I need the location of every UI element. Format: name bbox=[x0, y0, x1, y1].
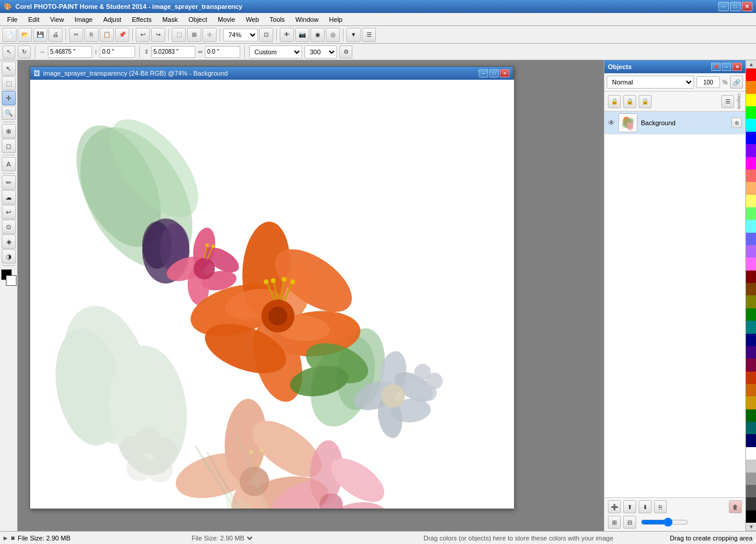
lock-transparency-button[interactable]: 🔒 bbox=[608, 95, 621, 108]
menu-adjust[interactable]: Adjust bbox=[99, 15, 126, 24]
retouch-button[interactable]: ⊹ bbox=[202, 28, 217, 42]
save-button[interactable]: 💾 bbox=[33, 28, 47, 42]
lock-position-button[interactable]: 🔒 bbox=[639, 95, 652, 108]
color-swatch-000066[interactable] bbox=[746, 434, 756, 447]
redo-button[interactable]: ↪ bbox=[151, 28, 165, 42]
zoom-slider[interactable] bbox=[641, 519, 688, 526]
copy-layer-button[interactable]: ⎘ bbox=[654, 500, 667, 513]
color-swatch-CC6600[interactable] bbox=[746, 384, 756, 396]
pick-tool-button[interactable]: ↖ bbox=[2, 61, 16, 76]
mode-brush-button[interactable]: ↻ bbox=[18, 45, 31, 58]
zoom-tool-button[interactable]: 🔍 bbox=[2, 106, 16, 120]
color-swatch-FF6666[interactable] bbox=[746, 170, 756, 182]
eraser-tool-button[interactable]: ◻ bbox=[2, 139, 16, 153]
group-objects-button[interactable]: ⊟ bbox=[623, 516, 636, 529]
menu-file[interactable]: File bbox=[2, 15, 22, 24]
panel-minimize-button[interactable]: ─ bbox=[722, 63, 731, 71]
dodge-tool-button[interactable]: ◑ bbox=[2, 249, 16, 263]
dy-input[interactable] bbox=[205, 46, 240, 58]
y-input[interactable] bbox=[151, 46, 195, 58]
paste-button[interactable]: 📋 bbox=[100, 28, 114, 42]
color-swatch-6666FF[interactable] bbox=[746, 233, 756, 245]
print-button[interactable]: 🖨 bbox=[48, 28, 63, 42]
zoom-fit-button[interactable]: ⊡ bbox=[259, 28, 273, 42]
background-color[interactable] bbox=[6, 275, 17, 286]
color-swatch-0000FF[interactable] bbox=[746, 132, 756, 144]
paint-tool-button[interactable]: ✏ bbox=[2, 175, 16, 190]
color-swatch-006600[interactable] bbox=[746, 409, 756, 422]
object-settings-button[interactable]: ⚙ bbox=[731, 118, 742, 128]
image-close-button[interactable]: ✕ bbox=[500, 69, 509, 77]
menu-object[interactable]: Object bbox=[184, 15, 212, 24]
color-swatch-B266FF[interactable] bbox=[746, 245, 756, 258]
combine-all-button[interactable]: ⊞ bbox=[608, 516, 621, 529]
color-swatch-00FF00[interactable] bbox=[746, 106, 756, 119]
transform-button[interactable]: ⊞ bbox=[187, 28, 201, 42]
custom-select[interactable]: Custom Preset 1 Preset 2 bbox=[249, 45, 302, 58]
new-layer-button[interactable]: ➕ bbox=[608, 500, 621, 513]
clone-tool-button[interactable]: ⊙ bbox=[2, 220, 16, 234]
color-swatch-999999[interactable] bbox=[746, 473, 756, 485]
paste-special-button[interactable]: 📌 bbox=[115, 28, 129, 42]
menu-tools[interactable]: Tools bbox=[265, 15, 290, 24]
color-swatch-008000[interactable] bbox=[746, 308, 756, 321]
menu-help[interactable]: Help bbox=[325, 15, 348, 24]
palette-down-arrow[interactable]: ▼ bbox=[746, 523, 756, 531]
color-swatch-FF8000[interactable] bbox=[746, 81, 756, 93]
image-sprayer-button[interactable]: ☁ bbox=[2, 190, 16, 204]
spray-options-button[interactable]: ⚙ bbox=[339, 45, 352, 58]
object-visibility-icon[interactable]: 👁 bbox=[608, 119, 615, 127]
new-button[interactable]: 📄 bbox=[2, 28, 17, 42]
color-swatch-FF00FF[interactable] bbox=[746, 157, 756, 170]
objects-btn[interactable]: ☰ bbox=[362, 28, 376, 42]
undo-paint-button[interactable]: ↩ bbox=[2, 205, 16, 219]
color-swatch-CC3300[interactable] bbox=[746, 372, 756, 384]
merge-objects-button[interactable]: ⬇ bbox=[639, 500, 652, 513]
color-swatch-000080[interactable] bbox=[746, 334, 756, 346]
color-swatch-FFB266[interactable] bbox=[746, 182, 756, 194]
color-swatch-CCCCCC[interactable] bbox=[746, 460, 756, 472]
color-swatch-800040[interactable] bbox=[746, 359, 756, 371]
toggle-overlay-button[interactable]: ◎ bbox=[326, 28, 340, 42]
x-input[interactable] bbox=[48, 46, 92, 58]
text-tool-button[interactable]: A bbox=[2, 157, 16, 171]
open-button[interactable]: 📂 bbox=[18, 28, 32, 42]
close-button[interactable]: ✕ bbox=[742, 2, 752, 11]
image-minimize-button[interactable]: ─ bbox=[479, 69, 488, 77]
zoom-select[interactable]: 25% 50% 74% 100% 150% 200% bbox=[223, 28, 258, 41]
menu-window[interactable]: Window bbox=[290, 15, 323, 24]
new-from-background-button[interactable]: ⬆ bbox=[623, 500, 636, 513]
delete-layer-button[interactable]: 🗑 bbox=[729, 500, 742, 513]
more-btn[interactable]: ▼ bbox=[346, 28, 361, 42]
crop-tool-button[interactable]: ✛ bbox=[2, 91, 16, 105]
dx-input[interactable] bbox=[100, 46, 135, 58]
color-swatch-333333[interactable] bbox=[746, 497, 756, 510]
color-swatch-8000FF[interactable] bbox=[746, 144, 756, 157]
lock-object-button[interactable]: 🔒 bbox=[623, 95, 636, 108]
color-swatch-666666[interactable] bbox=[746, 485, 756, 497]
color-swatch-00FFFF[interactable] bbox=[746, 119, 756, 131]
color-swatch-FFFFFF[interactable] bbox=[746, 447, 756, 460]
color-swatch-008080[interactable] bbox=[746, 321, 756, 333]
panel-close-button[interactable]: ✕ bbox=[732, 63, 742, 71]
undo-button[interactable]: ↩ bbox=[136, 28, 150, 42]
spray-size-select[interactable]: 100 200 300 400 500 bbox=[305, 45, 337, 58]
copy-button[interactable]: ⎘ bbox=[84, 28, 99, 42]
palette-up-arrow[interactable]: ▲ bbox=[746, 60, 756, 69]
menu-web[interactable]: Web bbox=[241, 15, 263, 24]
snapshot-button[interactable]: 📷 bbox=[295, 28, 309, 42]
color-swatch-808000[interactable] bbox=[746, 295, 756, 308]
color-swatch-FFFF66[interactable] bbox=[746, 195, 756, 207]
eyedropper-tool-button[interactable]: ⊕ bbox=[2, 124, 16, 138]
effect-tool-button[interactable]: ◈ bbox=[2, 234, 16, 249]
color-swatch-FF0000[interactable] bbox=[746, 69, 756, 81]
opacity-input[interactable] bbox=[696, 76, 720, 88]
object-background-item[interactable]: 👁 Background ⚙ bbox=[604, 112, 745, 135]
menu-movie[interactable]: Movie bbox=[213, 15, 240, 24]
color-swatch-FFFF00[interactable] bbox=[746, 94, 756, 106]
panel-pin-button[interactable]: 📌 bbox=[711, 63, 721, 71]
maximize-button[interactable]: □ bbox=[730, 2, 741, 11]
blend-mode-select[interactable]: Normal Multiply Screen Overlay Darken Li… bbox=[607, 76, 694, 89]
color-swatch-CC9900[interactable] bbox=[746, 396, 756, 409]
mask-tool-button[interactable]: ⬚ bbox=[2, 76, 16, 90]
